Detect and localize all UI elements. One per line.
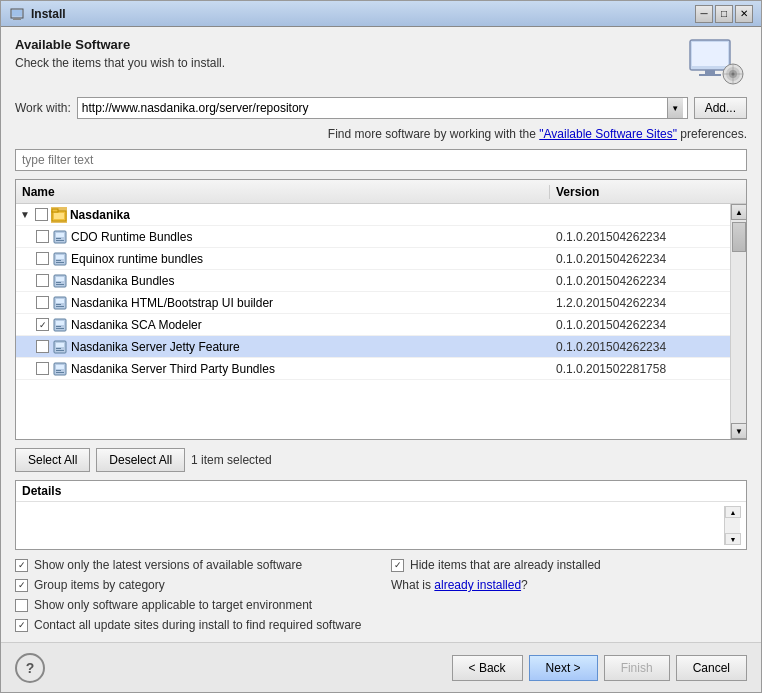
row-name-text: Nasdanika Server Third Party Bundles [71, 362, 275, 376]
back-button[interactable]: < Back [452, 655, 523, 681]
row-checkbox[interactable] [35, 208, 48, 221]
sites-prefix: Find more software by working with the [328, 127, 539, 141]
table-row[interactable]: Equinox runtime bundles 0.1.0.2015042622… [16, 248, 746, 270]
row-name-text: Nasdanika SCA Modeler [71, 318, 202, 332]
hide-installed-checkbox[interactable] [391, 559, 404, 572]
header-icon [683, 37, 747, 89]
deselect-all-button[interactable]: Deselect All [96, 448, 185, 472]
svg-rect-7 [699, 74, 721, 76]
window-title: Install [31, 7, 66, 21]
filter-input[interactable] [15, 149, 747, 171]
table-row[interactable]: ▼ Nasdanika [16, 204, 746, 226]
hide-installed-label: Hide items that are already installed [410, 558, 601, 572]
plugin-icon [52, 317, 68, 333]
details-content [22, 506, 724, 545]
dropdown-arrow-icon[interactable]: ▼ [667, 98, 683, 118]
svg-rect-3 [13, 19, 21, 20]
software-sites-row: Find more software by working with the "… [15, 127, 747, 141]
repository-url: http://www.nasdanika.org/server/reposito… [82, 101, 667, 115]
scroll-track [731, 220, 746, 423]
details-scroll-track [725, 518, 740, 533]
expand-icon[interactable]: ▼ [20, 209, 30, 220]
checkbox-row: Group items by category [15, 578, 371, 592]
row-version: 0.1.0.201504262234 [550, 274, 730, 288]
details-header: Details [16, 481, 746, 502]
row-name-text: Nasdanika Bundles [71, 274, 174, 288]
details-scroll-down[interactable]: ▼ [725, 533, 741, 545]
options-section: Show only the latest versions of availab… [15, 558, 747, 632]
row-version: 0.1.0.201504262234 [550, 318, 730, 332]
repository-dropdown[interactable]: http://www.nasdanika.org/server/reposito… [77, 97, 688, 119]
scroll-thumb[interactable] [732, 222, 746, 252]
svg-rect-23 [56, 260, 61, 261]
software-table: Name Version ▼ [15, 179, 747, 440]
plugin-icon [52, 229, 68, 245]
target-env-checkbox[interactable] [15, 599, 28, 612]
table-row[interactable]: Nasdanika SCA Modeler 0.1.0.201504262234 [16, 314, 746, 336]
row-checkbox[interactable] [36, 230, 49, 243]
row-checkbox[interactable] [36, 274, 49, 287]
row-name-text: CDO Runtime Bundles [71, 230, 192, 244]
show-latest-label: Show only the latest versions of availab… [34, 558, 302, 572]
row-checkbox[interactable] [36, 318, 49, 331]
install-window: Install ─ □ ✕ Available Software Check t… [0, 0, 762, 693]
plugin-icon [52, 273, 68, 289]
table-row[interactable]: CDO Runtime Bundles 0.1.0.201504262234 [16, 226, 746, 248]
finish-button[interactable]: Finish [604, 655, 670, 681]
work-with-row: Work with: http://www.nasdanika.org/serv… [15, 97, 747, 119]
table-row[interactable]: Nasdanika Server Jetty Feature 0.1.0.201… [16, 336, 746, 358]
row-checkbox[interactable] [36, 252, 49, 265]
show-latest-checkbox[interactable] [15, 559, 28, 572]
plugin-icon [52, 339, 68, 355]
table-body: ▼ Nasdanika [16, 204, 746, 439]
svg-rect-38 [56, 343, 64, 347]
details-body: ▲ ▼ [16, 502, 746, 549]
row-checkbox[interactable] [36, 296, 49, 309]
next-button[interactable]: Next > [529, 655, 598, 681]
row-version: 0.1.0.201504262234 [550, 230, 730, 244]
minimize-button[interactable]: ─ [695, 5, 713, 23]
target-env-label: Show only software applicable to target … [34, 598, 312, 612]
table-row[interactable]: Nasdanika Server Third Party Bundles 0.1… [16, 358, 746, 380]
help-icon: ? [26, 660, 35, 676]
svg-rect-20 [56, 240, 64, 241]
available-software-sites-link[interactable]: "Available Software Sites" [539, 127, 677, 141]
contact-update-sites-checkbox[interactable] [15, 619, 28, 632]
close-button[interactable]: ✕ [735, 5, 753, 23]
svg-rect-32 [56, 306, 64, 307]
svg-rect-34 [56, 321, 64, 325]
details-scroll-up[interactable]: ▲ [725, 506, 741, 518]
plugin-icon [52, 361, 68, 377]
table-row[interactable]: Nasdanika HTML/Bootstrap UI builder 1.2.… [16, 292, 746, 314]
row-checkbox[interactable] [36, 362, 49, 375]
selected-count: 1 item selected [191, 453, 272, 467]
svg-rect-19 [56, 238, 61, 239]
row-version: 0.1.0.201502281758 [550, 362, 730, 376]
select-all-button[interactable]: Select All [15, 448, 90, 472]
navigation-buttons: < Back Next > Finish Cancel [452, 655, 747, 681]
row-name: CDO Runtime Bundles [16, 229, 550, 245]
group-by-category-checkbox[interactable] [15, 579, 28, 592]
svg-rect-1 [12, 10, 22, 16]
scroll-up-button[interactable]: ▲ [731, 204, 746, 220]
plugin-icon [52, 295, 68, 311]
empty-cell [391, 598, 747, 612]
svg-rect-6 [705, 70, 715, 74]
scroll-down-button[interactable]: ▼ [731, 423, 746, 439]
options-grid: Show only the latest versions of availab… [15, 558, 747, 612]
maximize-button[interactable]: □ [715, 5, 733, 23]
row-checkbox[interactable] [36, 340, 49, 353]
checkbox-row: Contact all update sites during install … [15, 618, 747, 632]
cancel-button[interactable]: Cancel [676, 655, 747, 681]
row-name-text: Equinox runtime bundles [71, 252, 203, 266]
row-name: Equinox runtime bundles [16, 251, 550, 267]
svg-rect-2 [14, 18, 20, 19]
row-name: ▼ Nasdanika [16, 207, 550, 223]
svg-rect-28 [56, 284, 64, 285]
table-row[interactable]: Nasdanika Bundles 0.1.0.201504262234 [16, 270, 746, 292]
already-installed-link[interactable]: already installed [434, 578, 521, 592]
add-button[interactable]: Add... [694, 97, 747, 119]
help-button[interactable]: ? [15, 653, 45, 683]
action-buttons-row: Select All Deselect All 1 item selected [15, 448, 747, 472]
row-name: Nasdanika HTML/Bootstrap UI builder [16, 295, 550, 311]
